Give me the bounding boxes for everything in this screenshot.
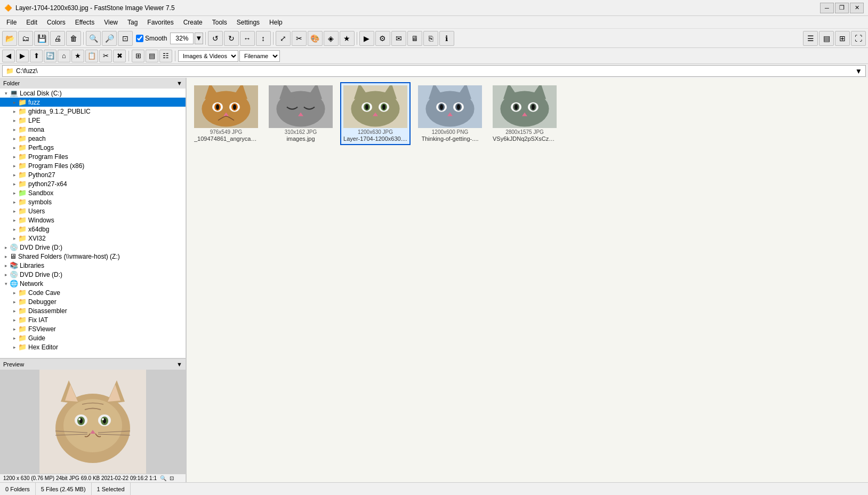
menu-edit[interactable]: Edit: [22, 18, 42, 27]
thumbnail-item-2[interactable]: 1200x630 JPGLayer-1704-1200x630....: [340, 82, 411, 145]
email-button[interactable]: ✉: [391, 31, 406, 46]
menu-tools[interactable]: Tools: [208, 18, 231, 27]
menu-settings[interactable]: Settings: [232, 18, 264, 27]
tree-item-25[interactable]: ▸📁Fix IAT: [0, 315, 186, 324]
minimize-button[interactable]: ─: [820, 3, 834, 13]
nav-grid-button[interactable]: ⊞: [132, 50, 144, 62]
smooth-checkbox[interactable]: [136, 35, 143, 42]
nav-cut-button[interactable]: ✂: [99, 50, 112, 62]
tree-item-11[interactable]: ▸📁Sandbox: [0, 188, 186, 197]
sort-combo[interactable]: Filename: [239, 50, 280, 62]
tree-item-5[interactable]: ▸📁peach: [0, 134, 186, 143]
tree-item-3[interactable]: ▸📁LPE: [0, 116, 186, 125]
flip-h-button[interactable]: ↔: [240, 31, 255, 46]
tree-item-19[interactable]: ▸📚Libraries: [0, 261, 186, 270]
menu-tag[interactable]: Tag: [123, 18, 142, 27]
tree-item-12[interactable]: ▸📁symbols: [0, 197, 186, 206]
rotate-right-button[interactable]: ↻: [224, 31, 239, 46]
thumbnail-item-0[interactable]: 976x549 JPG_109474861_angrycat....: [191, 82, 261, 145]
nav-refresh-button[interactable]: 🔄: [44, 50, 57, 62]
tree-item-16[interactable]: ▸📁XVI32: [0, 234, 186, 243]
nav-up-button[interactable]: ⬆: [30, 50, 43, 62]
menu-favorites[interactable]: Favorites: [143, 18, 178, 27]
tree-item-4[interactable]: ▸📁mona: [0, 125, 186, 134]
address-dropdown-button[interactable]: ▼: [855, 67, 862, 75]
nav-forward-button[interactable]: ▶: [16, 50, 29, 62]
nav-home-button[interactable]: ⌂: [58, 50, 70, 62]
menu-view[interactable]: View: [100, 18, 122, 27]
tree-item-1[interactable]: ▸📁fuzz: [0, 98, 186, 107]
thumbnail-item-4[interactable]: 2800x1575 JPGVSy6kJDNq2pSXsCzb....: [489, 82, 560, 145]
fit-icon[interactable]: ⊡: [170, 475, 174, 481]
tree-item-18[interactable]: ▸🖥Shared Folders (\\vmware-host) (Z:): [0, 252, 186, 261]
info-button[interactable]: ℹ: [439, 31, 454, 46]
view-details-button[interactable]: ☰: [803, 31, 818, 46]
menu-help[interactable]: Help: [265, 18, 287, 27]
zoom-dropdown-button[interactable]: ▼: [195, 33, 203, 44]
menu-file[interactable]: File: [2, 18, 21, 27]
nav-list2-button[interactable]: ▤: [146, 50, 158, 62]
nav-back-button[interactable]: ◀: [2, 50, 15, 62]
tree-item-22[interactable]: ▸📁Code Cave: [0, 288, 186, 297]
zoom-icon[interactable]: 🔍: [160, 475, 166, 481]
zoom-out-button[interactable]: 🔎: [102, 31, 117, 46]
open-file-button[interactable]: 📂: [2, 31, 17, 46]
tree-item-0[interactable]: ▾💻Local Disk (C:): [0, 89, 186, 98]
filter-combo[interactable]: Images & Videos: [178, 50, 238, 62]
folder-icon-21: 🌐: [10, 280, 18, 288]
sharpen-button[interactable]: ◈: [324, 31, 339, 46]
view-list-button[interactable]: ▤: [819, 31, 834, 46]
zoom-input[interactable]: 32%: [170, 33, 194, 44]
menu-effects[interactable]: Effects: [71, 18, 99, 27]
tree-item-13[interactable]: ▸📁Users: [0, 206, 186, 215]
tree-item-7[interactable]: ▸📁Program Files: [0, 152, 186, 161]
thumbnail-item-1[interactable]: 310x162 JPGimages.jpg: [266, 82, 336, 145]
crop-button[interactable]: ✂: [292, 31, 307, 46]
tree-item-2[interactable]: ▸📁ghidra_9.1.2_PUBLIC: [0, 107, 186, 116]
fit-window-button[interactable]: ⊡: [118, 31, 133, 46]
resize-button[interactable]: ⤢: [276, 31, 291, 46]
slideshow-button[interactable]: ▶: [359, 31, 374, 46]
batch-button[interactable]: ⚙: [375, 31, 390, 46]
tree-item-24[interactable]: ▸📁Disassembler: [0, 306, 186, 315]
tree-collapse-button[interactable]: ▼: [176, 80, 182, 86]
nav-paste-button[interactable]: 📋: [85, 50, 98, 62]
print-button[interactable]: 🖨: [50, 31, 65, 46]
rotate-left-button[interactable]: ↺: [208, 31, 223, 46]
tree-item-15[interactable]: ▸📁x64dbg: [0, 225, 186, 234]
effects-button[interactable]: ★: [340, 31, 355, 46]
nav-bookmark-button[interactable]: ★: [71, 50, 84, 62]
thumbnail-item-3[interactable]: 1200x600 PNGThinking-of-getting-....: [415, 82, 485, 145]
browse-folder-button[interactable]: 🗂: [18, 31, 33, 46]
tree-item-27[interactable]: ▸📁Guide: [0, 333, 186, 342]
menu-colors[interactable]: Colors: [43, 18, 70, 27]
status-selected: 1 Selected: [92, 483, 131, 495]
tree-item-10[interactable]: ▸📁python27-x64: [0, 179, 186, 188]
flip-v-button[interactable]: ↕: [256, 31, 271, 46]
folder-icon-18: 🖥: [10, 252, 17, 260]
view-thumb-button[interactable]: ⊞: [835, 31, 850, 46]
tree-item-20[interactable]: ▸💿DVD Drive (D:): [0, 270, 186, 279]
delete-button[interactable]: 🗑: [66, 31, 81, 46]
tree-item-8[interactable]: ▸📁Program Files (x86): [0, 161, 186, 170]
tree-item-6[interactable]: ▸📁PerfLogs: [0, 143, 186, 152]
tree-item-23[interactable]: ▸📁Debugger: [0, 297, 186, 306]
wallpaper-button[interactable]: 🖥: [407, 31, 422, 46]
close-button[interactable]: ✕: [850, 3, 864, 13]
restore-button[interactable]: ❐: [835, 3, 849, 13]
tree-item-14[interactable]: ▸📁Windows: [0, 215, 186, 225]
zoom-in-button[interactable]: 🔍: [86, 31, 101, 46]
view-full-button[interactable]: ⛶: [851, 31, 866, 46]
tree-item-26[interactable]: ▸📁FSViewer: [0, 324, 186, 333]
nav-detail-button[interactable]: ☷: [159, 50, 172, 62]
save-button[interactable]: 💾: [34, 31, 49, 46]
tree-item-9[interactable]: ▸📁Python27: [0, 170, 186, 179]
menu-create[interactable]: Create: [179, 18, 207, 27]
copy-button[interactable]: ⎘: [423, 31, 438, 46]
nav-delete-button[interactable]: ✖: [113, 50, 126, 62]
preview-collapse-button[interactable]: ▼: [176, 361, 182, 368]
tree-item-28[interactable]: ▸📁Hex Editor: [0, 342, 186, 352]
adjust-colors-button[interactable]: 🎨: [308, 31, 323, 46]
tree-item-17[interactable]: ▸💿DVD Drive (D:): [0, 243, 186, 252]
tree-item-21[interactable]: ▾🌐Network: [0, 279, 186, 288]
